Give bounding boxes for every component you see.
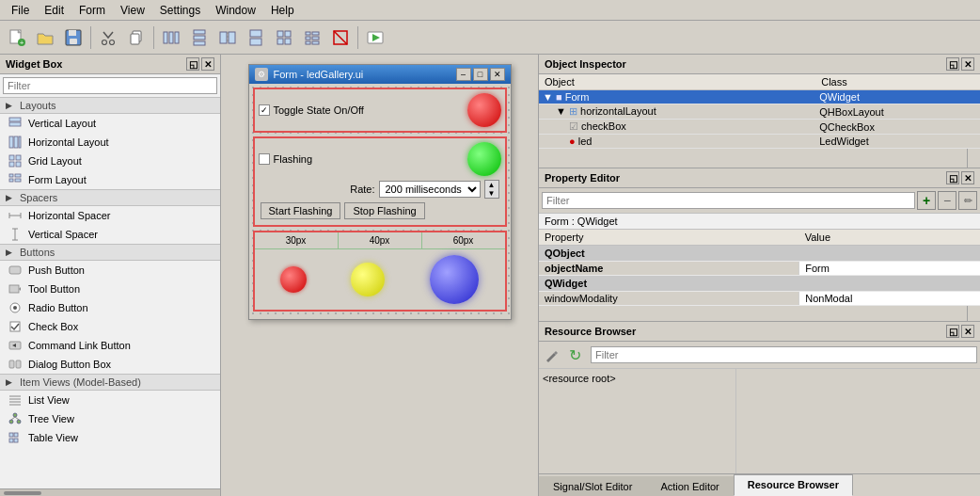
widget-vertical-spacer[interactable]: Vertical Spacer <box>0 225 220 244</box>
rate-spinner[interactable]: ▲ ▼ <box>484 180 499 199</box>
section-spacers[interactable]: ▶ Spacers <box>0 189 220 206</box>
inspector-row-checkbox[interactable]: ☑ checkBox QCheckBox <box>539 120 980 135</box>
resource-content: <resource root> <box>539 369 980 473</box>
widget-box-filter-input[interactable] <box>3 77 217 94</box>
toolbar-copy[interactable] <box>123 24 150 51</box>
svg-rect-5 <box>69 30 76 36</box>
resource-browser-float-btn[interactable]: ◱ <box>946 325 959 338</box>
menu-form[interactable]: Form <box>71 2 113 19</box>
widget-horizontal-spacer[interactable]: Horizontal Spacer <box>0 206 220 225</box>
property-filter-input[interactable] <box>542 192 915 209</box>
menu-help[interactable]: Help <box>263 2 302 19</box>
svg-rect-36 <box>9 118 21 121</box>
flash-checkbox-label[interactable]: Flashing <box>259 153 313 165</box>
widget-horizontal-layout[interactable]: Horizontal Layout <box>0 133 220 152</box>
rate-spin-down[interactable]: ▼ <box>485 189 498 198</box>
prop-col-value: Value <box>799 230 980 246</box>
start-flash-btn[interactable]: Start Flashing <box>261 202 341 219</box>
resource-edit-btn[interactable] <box>542 344 562 365</box>
prop-scrollbar[interactable] <box>967 306 980 321</box>
svg-rect-37 <box>9 122 21 126</box>
prop-row-objectname[interactable]: objectName Form <box>539 262 980 276</box>
toolbar-new[interactable]: + <box>4 24 30 51</box>
svg-rect-48 <box>15 179 21 182</box>
property-table: Property Value QObject objectName Form Q… <box>539 230 980 306</box>
property-remove-btn[interactable]: − <box>938 191 956 210</box>
menu-edit[interactable]: Edit <box>37 2 71 19</box>
menu-settings[interactable]: Settings <box>152 2 208 19</box>
form-maximize-btn[interactable]: □ <box>473 68 488 81</box>
toolbar-layout-split-h[interactable] <box>214 24 241 51</box>
widget-dialog-button-box[interactable]: Dialog Button Box <box>0 355 220 374</box>
widget-command-link-button[interactable]: Command Link Button <box>0 336 220 355</box>
object-inspector-close-btn[interactable]: ✕ <box>961 57 974 71</box>
tab-action-editor[interactable]: Action Editor <box>646 476 733 496</box>
toolbar-open[interactable] <box>32 24 58 51</box>
toolbar-layout-form[interactable] <box>299 24 325 51</box>
stop-flash-btn[interactable]: Stop Flashing <box>344 202 424 219</box>
toolbar-save[interactable] <box>60 24 87 51</box>
toolbar-layout-h[interactable] <box>158 24 184 51</box>
svg-rect-27 <box>312 32 319 35</box>
tab-signal-slot[interactable]: Signal/Slot Editor <box>539 476 646 496</box>
widget-grid-layout-label: Grid Layout <box>28 155 82 167</box>
property-add-btn[interactable]: + <box>917 191 936 210</box>
object-inspector-float-btn[interactable]: ◱ <box>946 57 959 71</box>
svg-point-69 <box>13 413 17 417</box>
widget-push-button[interactable]: Push Button <box>0 261 220 280</box>
section-layouts[interactable]: ▶ Layouts <box>0 97 220 114</box>
flash-checkbox[interactable] <box>259 153 270 165</box>
widget-tree-view[interactable]: Tree View <box>0 409 220 428</box>
toolbar-layout-v[interactable] <box>186 24 213 51</box>
resource-browser-close-btn[interactable]: ✕ <box>961 325 974 338</box>
toolbar-cut[interactable] <box>95 24 121 51</box>
svg-rect-24 <box>277 39 283 44</box>
form-close-btn[interactable]: ✕ <box>490 68 505 81</box>
inspector-row-hlayout[interactable]: ▼ ⊞ horizontalLayout QHBoxLayout <box>539 104 980 120</box>
property-editor-float-btn[interactable]: ◱ <box>946 171 959 184</box>
widget-form-layout[interactable]: Form Layout <box>0 170 220 189</box>
inspector-scrollbar[interactable] <box>967 149 980 168</box>
prop-row-windowmodality[interactable]: windowModality NonModal <box>539 292 980 306</box>
prop-windowmodality-value[interactable]: NonModal <box>799 292 980 306</box>
property-editor-close-btn[interactable]: ✕ <box>961 171 974 184</box>
widget-tool-button[interactable]: Tool Button <box>0 280 220 298</box>
widget-box-float-btn[interactable]: ◱ <box>186 57 199 71</box>
object-inspector-panel: Object Inspector ◱ ✕ Object Class ▼ <box>539 55 980 168</box>
inspector-row-led[interactable]: ● led LedWidget <box>539 135 980 149</box>
section-buttons[interactable]: ▶ Buttons <box>0 244 220 261</box>
widget-radio-button[interactable]: Radio Button <box>0 298 220 317</box>
menu-window[interactable]: Window <box>208 2 263 19</box>
svg-point-71 <box>17 420 21 424</box>
toggle-checkbox[interactable]: ✓ <box>259 104 270 116</box>
form-minimize-btn[interactable]: – <box>456 68 471 81</box>
toolbar-break-layout[interactable] <box>327 24 354 51</box>
rate-spin-up[interactable]: ▲ <box>485 181 498 189</box>
toolbar-preview[interactable] <box>362 24 388 51</box>
flash-buttons: Start Flashing Stop Flashing <box>261 202 499 219</box>
resource-refresh-btn[interactable]: ↻ <box>564 344 585 365</box>
widget-check-box[interactable]: Check Box <box>0 317 220 336</box>
widget-vertical-layout[interactable]: Vertical Layout <box>0 114 220 133</box>
section-item-views[interactable]: ▶ Item Views (Model-Based) <box>0 374 220 391</box>
toolbar-layout-grid[interactable] <box>271 24 297 51</box>
toggle-checkbox-label[interactable]: ✓ Toggle State On/Off <box>259 104 364 116</box>
widget-list-view[interactable]: List View <box>0 391 220 409</box>
widget-grid-layout[interactable]: Grid Layout <box>0 152 220 170</box>
led-blue <box>430 255 479 304</box>
resource-filter-input[interactable] <box>591 346 977 363</box>
prop-section-qobject-label: QObject <box>539 246 980 262</box>
menu-file[interactable]: File <box>4 2 37 19</box>
widget-box-scrollbar[interactable] <box>0 488 220 496</box>
svg-rect-17 <box>220 32 227 43</box>
prop-objectname-value[interactable]: Form <box>799 262 980 276</box>
menu-view[interactable]: View <box>113 2 152 19</box>
rate-select[interactable]: 200 milliseconds <box>379 181 481 198</box>
section-layouts-arrow: ▶ <box>6 101 12 110</box>
property-configure-btn[interactable]: ✏ <box>958 191 977 210</box>
widget-box-close-btn[interactable]: ✕ <box>201 57 214 71</box>
widget-table-view[interactable]: Table View <box>0 428 220 447</box>
toolbar-layout-split-v[interactable] <box>243 24 269 51</box>
inspector-row-form[interactable]: ▼ ■ Form QWidget <box>539 90 980 104</box>
tab-resource-browser[interactable]: Resource Browser <box>734 474 853 496</box>
